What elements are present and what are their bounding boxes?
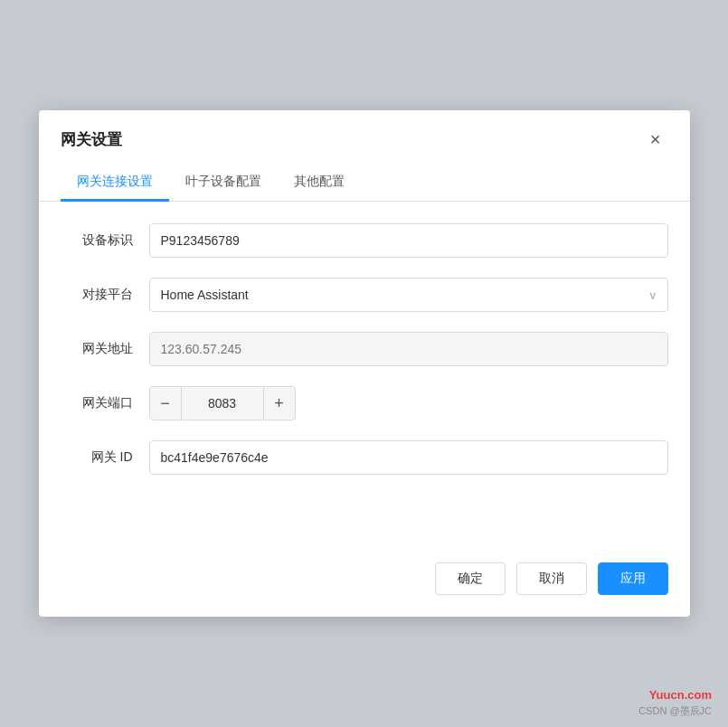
gateway-addr-input[interactable] [149, 332, 668, 366]
gateway-id-control [149, 440, 668, 475]
tab-leaf-device[interactable]: 叶子设备配置 [169, 165, 278, 202]
device-id-control [149, 223, 668, 258]
dialog-body: 设备标识 对接平台 Home Assistant ∨ 网关地址 [39, 223, 690, 548]
tab-other-config[interactable]: 其他配置 [278, 165, 361, 202]
port-increment-button[interactable]: + [263, 386, 296, 420]
platform-row: 对接平台 Home Assistant ∨ [61, 278, 668, 312]
device-id-row: 设备标识 [61, 223, 668, 258]
dialog-title: 网关设置 [61, 129, 122, 150]
dialog-footer: 确定 取消 应用 [39, 548, 690, 617]
gateway-id-row: 网关 ID [61, 440, 668, 475]
watermark-yuucn: Yuucn.com [649, 688, 712, 702]
tabs-container: 网关连接设置 叶子设备配置 其他配置 [39, 165, 690, 202]
cancel-button[interactable]: 取消 [516, 562, 587, 595]
gateway-addr-label: 网关地址 [61, 341, 133, 357]
close-button[interactable]: × [643, 127, 668, 152]
device-id-input[interactable] [149, 223, 668, 258]
confirm-button[interactable]: 确定 [435, 562, 506, 595]
gateway-id-input[interactable] [149, 440, 668, 475]
platform-control: Home Assistant ∨ [149, 278, 668, 312]
gateway-addr-row: 网关地址 [61, 332, 668, 366]
port-value-input[interactable] [182, 386, 263, 420]
tab-gateway-connection[interactable]: 网关连接设置 [61, 165, 169, 202]
gateway-addr-control [149, 332, 668, 366]
port-decrement-button[interactable]: − [149, 386, 182, 420]
dialog-overlay: 网关设置 × 网关连接设置 叶子设备配置 其他配置 设备标识 对接平台 Home [0, 0, 728, 727]
platform-select[interactable]: Home Assistant [149, 278, 668, 312]
watermark-csdn: CSDN @墨辰JC [638, 704, 712, 718]
platform-label: 对接平台 [61, 287, 133, 303]
gateway-port-control: − + [149, 386, 668, 420]
dialog-header: 网关设置 × [39, 110, 690, 165]
apply-button[interactable]: 应用 [598, 562, 668, 595]
gateway-port-label: 网关端口 [61, 395, 133, 411]
platform-select-wrapper: Home Assistant ∨ [149, 278, 668, 312]
gateway-id-label: 网关 ID [61, 449, 133, 466]
dialog: 网关设置 × 网关连接设置 叶子设备配置 其他配置 设备标识 对接平台 Home [39, 110, 690, 617]
device-id-label: 设备标识 [61, 232, 133, 249]
port-stepper: − + [149, 386, 668, 420]
gateway-port-row: 网关端口 − + [61, 386, 668, 420]
